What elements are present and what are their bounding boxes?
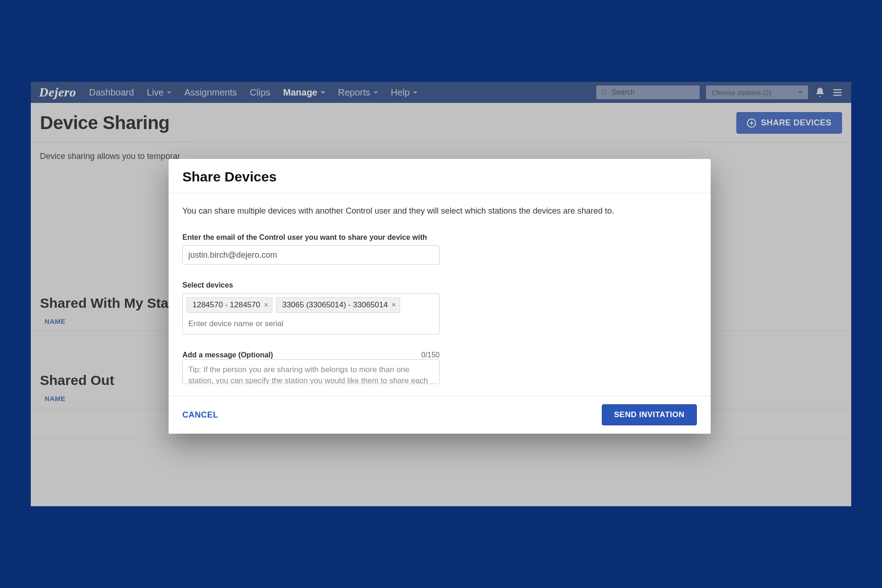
remove-chip-icon[interactable]: × bbox=[264, 300, 268, 310]
device-chip: 1284570 - 1284570 × bbox=[187, 297, 272, 313]
devices-label: Select devices bbox=[182, 281, 697, 289]
modal-footer: CANCEL SEND INVITATION bbox=[169, 396, 711, 434]
device-chip-label: 33065 (33065014) - 33065014 bbox=[282, 300, 388, 310]
modal-intro-text: You can share multiple devices with anot… bbox=[182, 206, 697, 216]
email-label: Enter the email of the Control user you … bbox=[182, 233, 697, 242]
devices-field-block: Select devices 1284570 - 1284570 × 33065… bbox=[182, 281, 697, 334]
send-invitation-button[interactable]: SEND INVITATION bbox=[602, 404, 697, 425]
modal-body[interactable]: You can share multiple devices with anot… bbox=[169, 193, 711, 396]
modal-title: Share Devices bbox=[169, 159, 711, 193]
remove-chip-icon[interactable]: × bbox=[391, 300, 396, 310]
message-field-block: Add a message (Optional) 0/150 Tip: If t… bbox=[182, 351, 697, 384]
app-window: Dejero Dashboard Live Assignments Clips … bbox=[31, 82, 851, 506]
email-field-block: Enter the email of the Control user you … bbox=[182, 233, 697, 265]
device-search-input[interactable] bbox=[187, 317, 435, 334]
cancel-button[interactable]: CANCEL bbox=[182, 410, 218, 420]
message-textarea[interactable]: Tip: If the person you are sharing with … bbox=[182, 359, 440, 384]
message-char-counter: 0/150 bbox=[421, 351, 440, 359]
device-chip: 33065 (33065014) - 33065014 × bbox=[276, 297, 400, 313]
message-label: Add a message (Optional) bbox=[182, 351, 273, 359]
share-devices-modal: Share Devices You can share multiple dev… bbox=[169, 159, 711, 434]
device-chip-label: 1284570 - 1284570 bbox=[192, 300, 260, 310]
email-input[interactable] bbox=[182, 245, 440, 265]
device-multiselect[interactable]: 1284570 - 1284570 × 33065 (33065014) - 3… bbox=[182, 293, 440, 334]
